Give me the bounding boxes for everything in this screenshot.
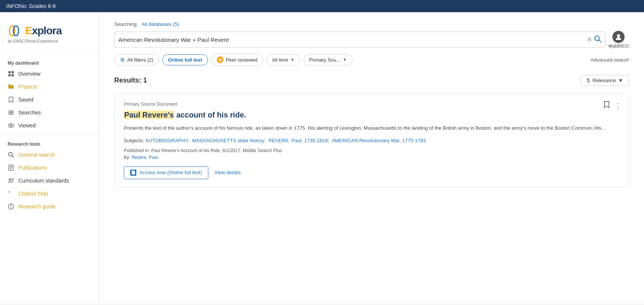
sidebar-item-research-guide[interactable]: Research guide bbox=[0, 200, 99, 213]
results-header: Results: 1 ⇅ Relevance ▼ bbox=[114, 75, 629, 86]
subject-link-american-rev-war[interactable]: AMERICAN Revolutionary War, 1775-1783 bbox=[332, 138, 426, 143]
advanced-search-link[interactable]: Advanced search bbox=[591, 57, 629, 63]
bookmark-button[interactable] bbox=[602, 100, 611, 111]
svg-rect-3 bbox=[11, 71, 14, 73]
primary-source-label: Primary Sou... bbox=[309, 57, 340, 63]
svg-point-1 bbox=[13, 26, 19, 36]
sort-button[interactable]: ⇅ Relevance ▼ bbox=[580, 75, 629, 86]
search-bar-row: ✕ MyEBSCO bbox=[114, 31, 629, 48]
result-title-after: account of his ride. bbox=[174, 111, 246, 119]
sidebar-curriculum-label: Curriculum standards bbox=[18, 178, 69, 184]
peer-reviewed-button[interactable]: ★ Peer reviewed bbox=[211, 54, 263, 66]
sidebar-item-curriculum-standards[interactable]: Curriculum standards bbox=[0, 174, 99, 187]
sidebar-item-general-search[interactable]: General search bbox=[0, 148, 99, 161]
logo-area: Explora an EBSCOhost Experience bbox=[0, 20, 99, 51]
primary-source-button[interactable]: Primary Sou... ▼ bbox=[304, 54, 353, 65]
top-bar: INFOhio: Grades 6-8 bbox=[0, 0, 644, 12]
my-ebsco-label: MyEBSCO bbox=[609, 44, 629, 48]
access-now-label: Access now (Online full text) bbox=[139, 170, 202, 175]
my-ebsco[interactable]: MyEBSCO bbox=[609, 31, 629, 48]
main-content: Searching: All databases (5) ✕ bbox=[99, 12, 644, 303]
result-title-highlight: Paul Revere's bbox=[124, 111, 174, 119]
results-count: Results: 1 bbox=[114, 76, 147, 84]
grid-icon bbox=[8, 70, 14, 77]
published-value: Paul Revere's Account of his Ride, 8/1/2… bbox=[151, 148, 282, 153]
filter-row: ⚙ All filters (2) Online full text ★ Pee… bbox=[114, 54, 629, 66]
all-time-button[interactable]: All time ▼ bbox=[266, 54, 300, 65]
sidebar-viewed-label: Viewed bbox=[18, 122, 36, 129]
svg-point-17 bbox=[9, 179, 11, 181]
all-time-label: All time bbox=[272, 57, 288, 63]
logo-sub: an EBSCOhost Experience bbox=[8, 39, 91, 43]
result-actions: 📄 Access now (Online full text) View det… bbox=[124, 166, 619, 179]
all-databases-link[interactable]: All databases (5) bbox=[142, 21, 179, 27]
sort-label: Relevance bbox=[593, 78, 616, 83]
subjects-label: Subjects: bbox=[124, 138, 144, 143]
sidebar-divider bbox=[0, 135, 99, 135]
logo-icon bbox=[8, 24, 22, 38]
sidebar-searches-label: Searches bbox=[18, 110, 41, 116]
search-input[interactable] bbox=[118, 37, 585, 43]
search-clear-button[interactable]: ✕ bbox=[585, 35, 594, 44]
sidebar-item-saved[interactable]: Saved bbox=[0, 93, 99, 106]
filter-icon: ⚙ bbox=[120, 57, 125, 63]
sidebar-saved-label: Saved bbox=[18, 97, 34, 103]
svg-rect-5 bbox=[11, 74, 14, 76]
subject-link-revere[interactable]: REVERE, Paul, 1735-1818 bbox=[268, 138, 328, 143]
author-link[interactable]: Revere, Paul bbox=[132, 155, 158, 160]
svg-rect-7 bbox=[8, 112, 14, 113]
online-full-text-button[interactable]: Online full text bbox=[162, 54, 208, 65]
more-options-button[interactable]: ⋮ bbox=[614, 101, 622, 111]
peer-badge: ★ bbox=[217, 56, 224, 63]
top-bar-title: INFOhio: Grades 6-8 bbox=[6, 3, 56, 9]
access-icon: 📄 bbox=[130, 170, 136, 176]
svg-point-25 bbox=[617, 34, 620, 37]
sidebar-citation-label: Citation help bbox=[18, 191, 48, 197]
card-actions: ⋮ bbox=[602, 100, 622, 111]
sidebar-item-overview[interactable]: Overview bbox=[0, 67, 99, 80]
sidebar-research-guide-label: Research guide bbox=[18, 203, 56, 210]
sort-icon: ⇅ bbox=[586, 78, 590, 83]
svg-rect-6 bbox=[8, 111, 14, 111]
search-submit-button[interactable] bbox=[594, 35, 601, 44]
search-icon bbox=[8, 151, 14, 158]
all-filters-button[interactable]: ⚙ All filters (2) bbox=[114, 54, 159, 65]
subject-link-autobiography[interactable]: AUTOBIOGRAPHY bbox=[145, 138, 188, 143]
svg-line-12 bbox=[12, 156, 14, 158]
folder-icon bbox=[8, 83, 14, 90]
sidebar-general-search-label: General search bbox=[18, 152, 55, 158]
chevron-down-icon: ▼ bbox=[291, 57, 295, 62]
access-now-button[interactable]: 📄 Access now (Online full text) bbox=[124, 166, 208, 179]
published-label: Published in: bbox=[124, 148, 150, 153]
research-tools-label: Research tools bbox=[0, 138, 99, 148]
doc-icon bbox=[8, 164, 14, 171]
sidebar-item-searches[interactable]: Searches bbox=[0, 106, 99, 119]
quote-icon: " bbox=[8, 190, 14, 197]
eye-icon bbox=[8, 122, 14, 129]
subject-link-massachusetts[interactable]: MASSACHUSETTS state history bbox=[192, 138, 264, 143]
sidebar-item-projects[interactable]: Projects bbox=[0, 80, 99, 93]
svg-point-23 bbox=[594, 36, 599, 40]
sidebar-publications-label: Publications bbox=[18, 165, 47, 171]
my-ebsco-avatar bbox=[612, 31, 625, 43]
logo-brand: Explora bbox=[25, 25, 62, 37]
svg-rect-4 bbox=[8, 74, 11, 76]
peer-reviewed-label: Peer reviewed bbox=[226, 57, 257, 63]
sort-chevron-icon: ▼ bbox=[618, 78, 623, 83]
searching-label: Searching: bbox=[114, 21, 138, 27]
svg-rect-2 bbox=[8, 71, 11, 73]
logo: Explora bbox=[8, 24, 91, 38]
result-type: Primary Source Document bbox=[124, 102, 619, 107]
list-icon bbox=[8, 109, 14, 116]
chevron-down-icon-2: ▼ bbox=[343, 57, 347, 62]
result-title: Paul Revere's account of his ride. bbox=[124, 110, 619, 120]
svg-point-11 bbox=[9, 152, 13, 156]
svg-point-10 bbox=[10, 125, 12, 127]
view-details-link[interactable]: View details bbox=[214, 170, 241, 175]
sidebar-item-viewed[interactable]: Viewed bbox=[0, 119, 99, 132]
result-author: By: Revere, Paul bbox=[124, 155, 619, 160]
sidebar-item-citation-help[interactable]: " Citation help bbox=[0, 187, 99, 200]
sidebar: Explora an EBSCOhost Experience My dashb… bbox=[0, 12, 99, 303]
sidebar-item-publications[interactable]: Publications bbox=[0, 161, 99, 174]
svg-point-18 bbox=[12, 179, 13, 180]
